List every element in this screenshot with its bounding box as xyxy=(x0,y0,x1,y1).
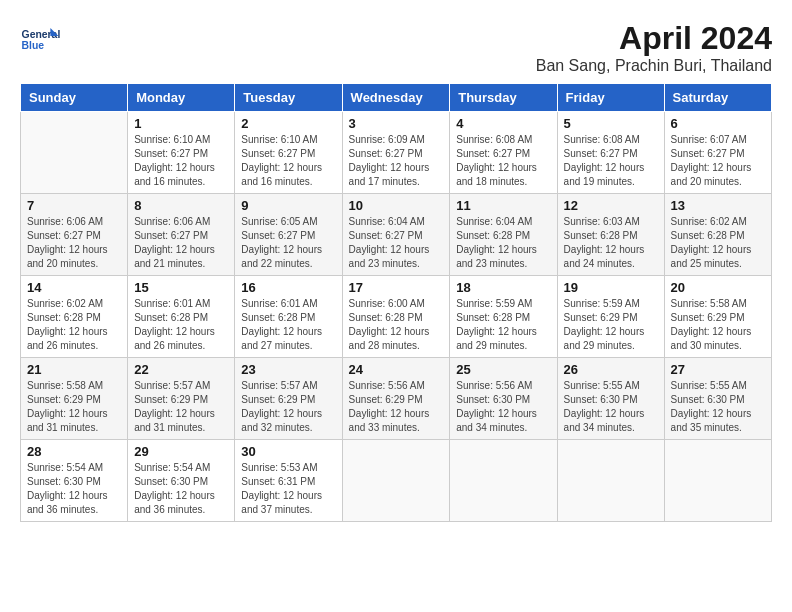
day-number: 27 xyxy=(671,362,765,377)
table-row: 23Sunrise: 5:57 AM Sunset: 6:29 PM Dayli… xyxy=(235,358,342,440)
day-number: 22 xyxy=(134,362,228,377)
day-number: 18 xyxy=(456,280,550,295)
day-info: Sunrise: 6:04 AM Sunset: 6:27 PM Dayligh… xyxy=(349,215,444,271)
calendar-week-2: 7Sunrise: 6:06 AM Sunset: 6:27 PM Daylig… xyxy=(21,194,772,276)
day-info: Sunrise: 6:05 AM Sunset: 6:27 PM Dayligh… xyxy=(241,215,335,271)
day-info: Sunrise: 5:57 AM Sunset: 6:29 PM Dayligh… xyxy=(134,379,228,435)
table-row: 28Sunrise: 5:54 AM Sunset: 6:30 PM Dayli… xyxy=(21,440,128,522)
table-row: 13Sunrise: 6:02 AM Sunset: 6:28 PM Dayli… xyxy=(664,194,771,276)
day-number: 13 xyxy=(671,198,765,213)
col-wednesday: Wednesday xyxy=(342,84,450,112)
table-row: 11Sunrise: 6:04 AM Sunset: 6:28 PM Dayli… xyxy=(450,194,557,276)
table-row: 25Sunrise: 5:56 AM Sunset: 6:30 PM Dayli… xyxy=(450,358,557,440)
day-info: Sunrise: 6:01 AM Sunset: 6:28 PM Dayligh… xyxy=(134,297,228,353)
calendar-table: Sunday Monday Tuesday Wednesday Thursday… xyxy=(20,83,772,522)
table-row xyxy=(450,440,557,522)
table-row xyxy=(342,440,450,522)
day-number: 25 xyxy=(456,362,550,377)
day-info: Sunrise: 6:04 AM Sunset: 6:28 PM Dayligh… xyxy=(456,215,550,271)
table-row xyxy=(664,440,771,522)
day-number: 14 xyxy=(27,280,121,295)
table-row: 21Sunrise: 5:58 AM Sunset: 6:29 PM Dayli… xyxy=(21,358,128,440)
table-row: 1Sunrise: 6:10 AM Sunset: 6:27 PM Daylig… xyxy=(128,112,235,194)
day-info: Sunrise: 6:06 AM Sunset: 6:27 PM Dayligh… xyxy=(27,215,121,271)
day-info: Sunrise: 5:53 AM Sunset: 6:31 PM Dayligh… xyxy=(241,461,335,517)
day-info: Sunrise: 5:54 AM Sunset: 6:30 PM Dayligh… xyxy=(27,461,121,517)
logo: General Blue xyxy=(20,20,64,60)
table-row: 10Sunrise: 6:04 AM Sunset: 6:27 PM Dayli… xyxy=(342,194,450,276)
table-row: 30Sunrise: 5:53 AM Sunset: 6:31 PM Dayli… xyxy=(235,440,342,522)
day-number: 7 xyxy=(27,198,121,213)
table-row: 19Sunrise: 5:59 AM Sunset: 6:29 PM Dayli… xyxy=(557,276,664,358)
day-info: Sunrise: 6:09 AM Sunset: 6:27 PM Dayligh… xyxy=(349,133,444,189)
day-info: Sunrise: 6:08 AM Sunset: 6:27 PM Dayligh… xyxy=(564,133,658,189)
day-info: Sunrise: 6:03 AM Sunset: 6:28 PM Dayligh… xyxy=(564,215,658,271)
day-number: 16 xyxy=(241,280,335,295)
day-info: Sunrise: 5:57 AM Sunset: 6:29 PM Dayligh… xyxy=(241,379,335,435)
svg-text:Blue: Blue xyxy=(22,40,45,51)
table-row: 29Sunrise: 5:54 AM Sunset: 6:30 PM Dayli… xyxy=(128,440,235,522)
day-number: 9 xyxy=(241,198,335,213)
title-section: April 2024 Ban Sang, Prachin Buri, Thail… xyxy=(536,20,772,75)
table-row: 14Sunrise: 6:02 AM Sunset: 6:28 PM Dayli… xyxy=(21,276,128,358)
day-number: 6 xyxy=(671,116,765,131)
calendar-week-3: 14Sunrise: 6:02 AM Sunset: 6:28 PM Dayli… xyxy=(21,276,772,358)
day-info: Sunrise: 5:56 AM Sunset: 6:30 PM Dayligh… xyxy=(456,379,550,435)
table-row: 4Sunrise: 6:08 AM Sunset: 6:27 PM Daylig… xyxy=(450,112,557,194)
table-row: 3Sunrise: 6:09 AM Sunset: 6:27 PM Daylig… xyxy=(342,112,450,194)
page-title: April 2024 xyxy=(536,20,772,57)
col-saturday: Saturday xyxy=(664,84,771,112)
day-number: 3 xyxy=(349,116,444,131)
day-info: Sunrise: 6:10 AM Sunset: 6:27 PM Dayligh… xyxy=(134,133,228,189)
col-sunday: Sunday xyxy=(21,84,128,112)
calendar-header-row: Sunday Monday Tuesday Wednesday Thursday… xyxy=(21,84,772,112)
day-number: 4 xyxy=(456,116,550,131)
table-row: 24Sunrise: 5:56 AM Sunset: 6:29 PM Dayli… xyxy=(342,358,450,440)
calendar-week-4: 21Sunrise: 5:58 AM Sunset: 6:29 PM Dayli… xyxy=(21,358,772,440)
day-number: 15 xyxy=(134,280,228,295)
col-tuesday: Tuesday xyxy=(235,84,342,112)
day-number: 17 xyxy=(349,280,444,295)
day-info: Sunrise: 5:54 AM Sunset: 6:30 PM Dayligh… xyxy=(134,461,228,517)
day-info: Sunrise: 6:01 AM Sunset: 6:28 PM Dayligh… xyxy=(241,297,335,353)
table-row: 17Sunrise: 6:00 AM Sunset: 6:28 PM Dayli… xyxy=(342,276,450,358)
table-row: 16Sunrise: 6:01 AM Sunset: 6:28 PM Dayli… xyxy=(235,276,342,358)
day-number: 11 xyxy=(456,198,550,213)
table-row: 18Sunrise: 5:59 AM Sunset: 6:28 PM Dayli… xyxy=(450,276,557,358)
day-info: Sunrise: 6:06 AM Sunset: 6:27 PM Dayligh… xyxy=(134,215,228,271)
table-row: 15Sunrise: 6:01 AM Sunset: 6:28 PM Dayli… xyxy=(128,276,235,358)
day-number: 10 xyxy=(349,198,444,213)
table-row xyxy=(21,112,128,194)
calendar-week-1: 1Sunrise: 6:10 AM Sunset: 6:27 PM Daylig… xyxy=(21,112,772,194)
day-info: Sunrise: 5:58 AM Sunset: 6:29 PM Dayligh… xyxy=(27,379,121,435)
day-number: 23 xyxy=(241,362,335,377)
day-number: 24 xyxy=(349,362,444,377)
col-thursday: Thursday xyxy=(450,84,557,112)
table-row: 7Sunrise: 6:06 AM Sunset: 6:27 PM Daylig… xyxy=(21,194,128,276)
table-row: 8Sunrise: 6:06 AM Sunset: 6:27 PM Daylig… xyxy=(128,194,235,276)
table-row: 20Sunrise: 5:58 AM Sunset: 6:29 PM Dayli… xyxy=(664,276,771,358)
table-row: 12Sunrise: 6:03 AM Sunset: 6:28 PM Dayli… xyxy=(557,194,664,276)
day-info: Sunrise: 6:07 AM Sunset: 6:27 PM Dayligh… xyxy=(671,133,765,189)
day-number: 5 xyxy=(564,116,658,131)
day-number: 2 xyxy=(241,116,335,131)
table-row: 26Sunrise: 5:55 AM Sunset: 6:30 PM Dayli… xyxy=(557,358,664,440)
col-monday: Monday xyxy=(128,84,235,112)
day-number: 26 xyxy=(564,362,658,377)
day-info: Sunrise: 5:56 AM Sunset: 6:29 PM Dayligh… xyxy=(349,379,444,435)
day-number: 30 xyxy=(241,444,335,459)
day-info: Sunrise: 5:55 AM Sunset: 6:30 PM Dayligh… xyxy=(564,379,658,435)
table-row: 27Sunrise: 5:55 AM Sunset: 6:30 PM Dayli… xyxy=(664,358,771,440)
day-info: Sunrise: 6:02 AM Sunset: 6:28 PM Dayligh… xyxy=(671,215,765,271)
page-subtitle: Ban Sang, Prachin Buri, Thailand xyxy=(536,57,772,75)
table-row: 2Sunrise: 6:10 AM Sunset: 6:27 PM Daylig… xyxy=(235,112,342,194)
table-row: 9Sunrise: 6:05 AM Sunset: 6:27 PM Daylig… xyxy=(235,194,342,276)
day-info: Sunrise: 6:02 AM Sunset: 6:28 PM Dayligh… xyxy=(27,297,121,353)
col-friday: Friday xyxy=(557,84,664,112)
table-row: 6Sunrise: 6:07 AM Sunset: 6:27 PM Daylig… xyxy=(664,112,771,194)
day-info: Sunrise: 5:55 AM Sunset: 6:30 PM Dayligh… xyxy=(671,379,765,435)
day-number: 12 xyxy=(564,198,658,213)
day-number: 29 xyxy=(134,444,228,459)
page-header: General Blue April 2024 Ban Sang, Prachi… xyxy=(20,20,772,75)
day-number: 20 xyxy=(671,280,765,295)
